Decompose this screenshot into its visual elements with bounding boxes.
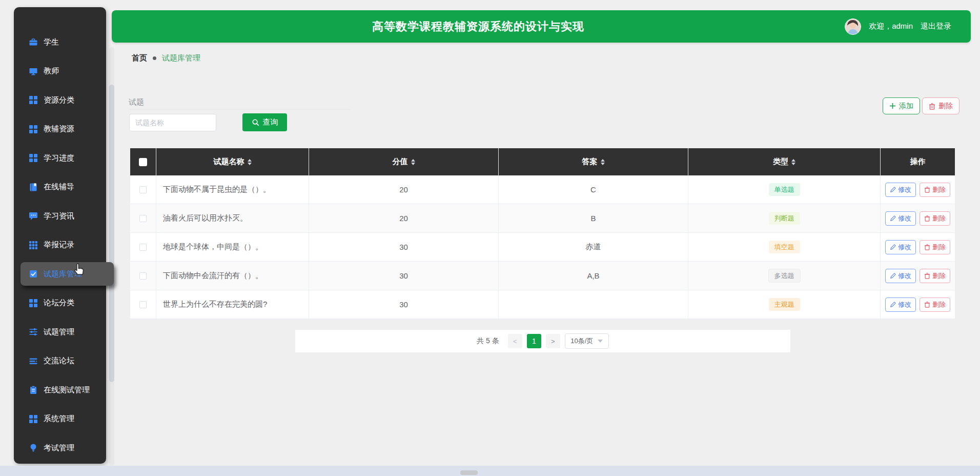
monitor-icon bbox=[29, 67, 38, 76]
grid-icon bbox=[29, 153, 38, 163]
sidebar-item-system-management[interactable]: 系统管理 bbox=[14, 405, 106, 434]
sidebar-item-online-tutoring[interactable]: 在线辅导 bbox=[14, 173, 106, 202]
app-window: 学生 教师 资源分类 教辅资源 学习进度 在线辅导 学习资讯 举报记录 bbox=[0, 0, 980, 476]
sidebar-item-teaching-resources[interactable]: 教辅资源 bbox=[14, 115, 106, 144]
footer-grip bbox=[460, 470, 478, 475]
column-header-actions: 操作 bbox=[910, 157, 926, 167]
row-checkbox[interactable] bbox=[139, 272, 147, 280]
table-header: 试题名称 分值 答案 类型 操作 bbox=[130, 148, 955, 175]
sidebar-item-label: 资源分类 bbox=[44, 95, 74, 105]
book-icon bbox=[29, 183, 38, 192]
cell-score: 30 bbox=[309, 233, 499, 261]
pagination-prev-button[interactable]: < bbox=[508, 334, 522, 348]
edit-button[interactable]: 修改 bbox=[885, 298, 916, 312]
sidebar-item-students[interactable]: 学生 bbox=[14, 28, 106, 57]
sidebar-item-learning-progress[interactable]: 学习进度 bbox=[14, 144, 106, 173]
row-delete-button[interactable]: 删除 bbox=[920, 211, 950, 226]
trash-icon bbox=[924, 186, 930, 193]
pagination-next-button[interactable]: > bbox=[546, 334, 560, 348]
breadcrumb-home[interactable]: 首页 bbox=[132, 53, 147, 63]
sidebar-item-question-management[interactable]: 试题管理 bbox=[14, 318, 106, 347]
plus-icon bbox=[889, 103, 896, 109]
sidebar-item-resource-category[interactable]: 资源分类 bbox=[14, 86, 106, 115]
search-input[interactable] bbox=[129, 114, 216, 131]
sidebar-item-label: 教辅资源 bbox=[44, 124, 74, 134]
cell-question: 油着火后可以用水扑灭。 bbox=[156, 204, 309, 232]
sort-icon[interactable] bbox=[601, 159, 605, 165]
pencil-icon bbox=[890, 302, 896, 308]
pencil-icon bbox=[890, 244, 896, 250]
sort-icon[interactable] bbox=[248, 159, 252, 165]
clipboard-icon bbox=[29, 385, 38, 394]
sidebar-item-label: 系统管理 bbox=[44, 414, 74, 424]
edit-button[interactable]: 修改 bbox=[885, 269, 916, 283]
sidebar-item-label: 学习进度 bbox=[44, 153, 74, 163]
welcome-text: 欢迎，admin bbox=[869, 22, 913, 31]
table-row: 下面动物中会流汗的有（）。 30 A,B 多选题 修改 删除 bbox=[130, 262, 955, 290]
cell-answer: C bbox=[499, 175, 688, 204]
column-header-answer: 答案 bbox=[582, 157, 598, 167]
delete-button[interactable]: 删除 bbox=[922, 97, 959, 114]
row-checkbox[interactable] bbox=[139, 301, 147, 308]
pencil-icon bbox=[890, 273, 896, 279]
sliders-icon bbox=[29, 327, 38, 336]
cell-question: 世界上为什么不存在完美的圆? bbox=[156, 290, 309, 319]
sidebar-item-online-test[interactable]: 在线测试管理 bbox=[14, 375, 106, 405]
cell-score: 20 bbox=[309, 175, 499, 204]
cell-score: 30 bbox=[309, 290, 499, 319]
sidebar-item-forum-category[interactable]: 论坛分类 bbox=[14, 289, 106, 318]
list-icon bbox=[29, 356, 38, 366]
sidebar-item-label: 举报记录 bbox=[44, 240, 74, 250]
query-button[interactable]: 查询 bbox=[242, 113, 287, 131]
sidebar-item-question-bank[interactable]: 试题库管理 bbox=[21, 262, 114, 286]
table-body: 下面动物不属于昆虫的是（）。 20 C 单选题 修改 删除 油着火后可以用水扑灭… bbox=[130, 175, 955, 319]
sidebar-scrollbar-thumb[interactable] bbox=[109, 85, 114, 382]
chevron-down-icon bbox=[598, 340, 603, 343]
row-delete-button[interactable]: 删除 bbox=[920, 269, 950, 283]
questions-table: 试题名称 分值 答案 类型 操作 bbox=[130, 148, 955, 319]
sidebar-item-exam-management[interactable]: 考试管理 bbox=[14, 433, 106, 463]
row-delete-button[interactable]: 删除 bbox=[920, 183, 950, 197]
edit-button[interactable]: 修改 bbox=[885, 240, 916, 254]
edit-button[interactable]: 修改 bbox=[885, 211, 916, 226]
search-icon bbox=[252, 118, 259, 126]
doc-check-icon bbox=[29, 269, 38, 279]
cell-question: 下面动物不属于昆虫的是（）。 bbox=[156, 175, 309, 204]
section-divider bbox=[129, 109, 350, 110]
pagination-total: 共 5 条 bbox=[477, 336, 499, 346]
table-row: 油着火后可以用水扑灭。 20 B 判断题 修改 删除 bbox=[130, 204, 955, 233]
column-header-score: 分值 bbox=[393, 157, 408, 167]
add-button[interactable]: 添加 bbox=[883, 97, 920, 114]
pencil-icon bbox=[890, 187, 896, 193]
sidebar-item-label: 论坛分类 bbox=[44, 298, 74, 308]
row-checkbox[interactable] bbox=[139, 215, 147, 222]
row-delete-button[interactable]: 删除 bbox=[920, 298, 950, 312]
edit-button[interactable]: 修改 bbox=[885, 183, 916, 197]
logout-button[interactable]: 退出登录 bbox=[921, 22, 951, 31]
grid9-icon bbox=[29, 241, 38, 250]
sidebar-item-label: 交流论坛 bbox=[44, 356, 74, 366]
row-checkbox[interactable] bbox=[139, 186, 147, 193]
table-row: 下面动物不属于昆虫的是（）。 20 C 单选题 修改 删除 bbox=[130, 175, 955, 204]
sidebar-item-learning-news[interactable]: 学习资讯 bbox=[14, 202, 106, 231]
header-banner: 高等数学课程教辅资源系统的设计与实现 欢迎，admin 退出登录 bbox=[112, 10, 971, 43]
select-all-checkbox[interactable] bbox=[139, 158, 147, 166]
sidebar-item-teachers[interactable]: 教师 bbox=[14, 57, 106, 86]
trash-icon bbox=[929, 103, 935, 110]
row-delete-button[interactable]: 删除 bbox=[920, 240, 950, 254]
sidebar-item-label: 试题库管理 bbox=[44, 269, 82, 279]
grid-icon bbox=[29, 125, 38, 134]
grid-icon bbox=[29, 414, 38, 424]
section-label: 试题 bbox=[129, 97, 144, 107]
avatar bbox=[845, 18, 861, 35]
sort-icon[interactable] bbox=[791, 159, 795, 165]
sidebar-item-report-records[interactable]: 举报记录 bbox=[14, 231, 106, 260]
pagination-page-1[interactable]: 1 bbox=[527, 334, 541, 348]
breadcrumb-current: 试题库管理 bbox=[162, 53, 200, 63]
row-checkbox[interactable] bbox=[139, 244, 147, 251]
sidebar-item-label: 在线辅导 bbox=[44, 182, 74, 192]
page-size-select[interactable]: 10条/页 bbox=[565, 333, 609, 349]
sort-icon[interactable] bbox=[411, 159, 415, 165]
pencil-icon bbox=[890, 215, 896, 222]
sidebar-item-forum[interactable]: 交流论坛 bbox=[14, 347, 106, 376]
